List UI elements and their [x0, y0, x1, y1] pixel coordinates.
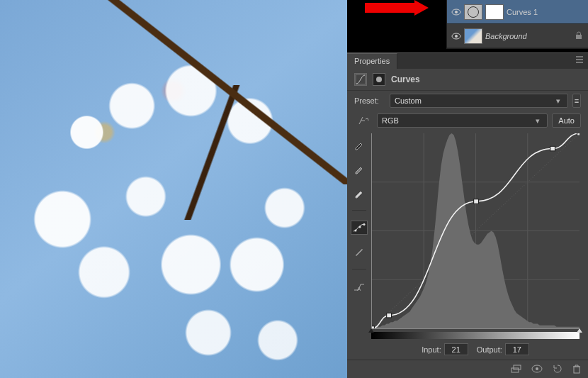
- clip-icon[interactable]: [510, 364, 521, 375]
- properties-tabbar: Properties: [347, 53, 588, 69]
- auto-button[interactable]: Auto: [552, 113, 581, 128]
- output-value-field[interactable]: [505, 343, 529, 355]
- layers-panel: Curves 1 Background: [446, 0, 588, 49]
- preset-select[interactable]: Custom ▾: [390, 94, 568, 108]
- curves-icon: [354, 73, 367, 86]
- properties-header: Curves: [347, 69, 588, 91]
- document-canvas[interactable]: [0, 0, 347, 378]
- input-value-field[interactable]: [444, 343, 468, 355]
- curves-tool-column: A: [347, 130, 371, 360]
- annotation-arrow: [365, 0, 429, 16]
- properties-footer: [347, 360, 588, 378]
- layer-name[interactable]: Curves 1: [507, 8, 584, 16]
- svg-point-8: [359, 226, 361, 228]
- layer-row-curves[interactable]: Curves 1: [447, 0, 588, 24]
- svg-rect-18: [514, 365, 521, 369]
- curve-point[interactable]: [474, 199, 479, 204]
- svg-marker-0: [365, 0, 429, 16]
- svg-text:A: A: [357, 286, 361, 291]
- curves-graph[interactable]: [371, 133, 579, 329]
- properties-panel: Properties Curves Preset: Custom ▾ ≡ RGB…: [347, 52, 588, 378]
- target-adjust-icon[interactable]: [354, 113, 373, 128]
- curve-point[interactable]: [550, 146, 555, 150]
- svg-point-9: [363, 223, 366, 226]
- preset-value: Custom: [395, 96, 422, 105]
- layer-thumbnail-icon: [464, 28, 482, 44]
- eyedropper-black-icon[interactable]: [351, 138, 368, 152]
- svg-rect-17: [511, 368, 519, 372]
- visibility-toggle-icon[interactable]: [451, 7, 461, 17]
- svg-rect-21: [574, 367, 579, 373]
- channel-row: RGB ▾ Auto: [347, 111, 588, 130]
- trash-icon[interactable]: [572, 364, 581, 375]
- panel-menu-icon[interactable]: [571, 53, 588, 67]
- divider: [352, 269, 366, 269]
- eyedropper-white-icon[interactable]: [351, 186, 368, 200]
- divider: [352, 210, 366, 211]
- white-point-slider[interactable]: [577, 328, 582, 333]
- curve-point[interactable]: [577, 133, 579, 135]
- input-gradient[interactable]: [371, 332, 579, 339]
- layer-row-background[interactable]: Background: [447, 24, 588, 48]
- lock-icon: [575, 31, 584, 41]
- mask-mode-icon[interactable]: [373, 73, 385, 86]
- svg-point-20: [536, 367, 538, 370]
- edit-points-tool-icon[interactable]: [351, 221, 368, 235]
- preset-more-button[interactable]: ≡: [572, 94, 581, 108]
- properties-title: Curves: [391, 74, 420, 84]
- mask-thumbnail-icon: [485, 4, 504, 20]
- draw-curve-tool-icon[interactable]: [351, 245, 368, 259]
- svg-rect-5: [576, 35, 582, 39]
- channel-value: RGB: [382, 116, 399, 125]
- adjustment-thumbnail-icon: [464, 4, 482, 20]
- output-label: Output:: [477, 345, 502, 354]
- visibility-toggle-icon[interactable]: [451, 31, 461, 41]
- channel-select[interactable]: RGB ▾: [377, 113, 548, 128]
- reset-icon[interactable]: [553, 364, 562, 375]
- chevron-down-icon: ▾: [536, 116, 543, 126]
- svg-point-7: [355, 230, 357, 232]
- chevron-down-icon: ▾: [556, 96, 563, 106]
- view-previous-icon[interactable]: [531, 365, 543, 374]
- eyedropper-gray-icon[interactable]: [351, 162, 368, 176]
- curve-point[interactable]: [387, 313, 392, 317]
- svg-point-2: [455, 11, 458, 13]
- layer-name[interactable]: Background: [485, 32, 575, 40]
- black-point-slider[interactable]: [368, 328, 374, 333]
- tab-properties[interactable]: Properties: [347, 53, 397, 69]
- clip-to-layer-icon[interactable]: A: [351, 279, 368, 294]
- svg-point-4: [455, 35, 458, 38]
- preset-label: Preset:: [354, 96, 385, 105]
- input-label: Input:: [422, 345, 441, 354]
- preset-row: Preset: Custom ▾ ≡: [347, 91, 588, 111]
- io-readout: Input: Output:: [371, 339, 579, 358]
